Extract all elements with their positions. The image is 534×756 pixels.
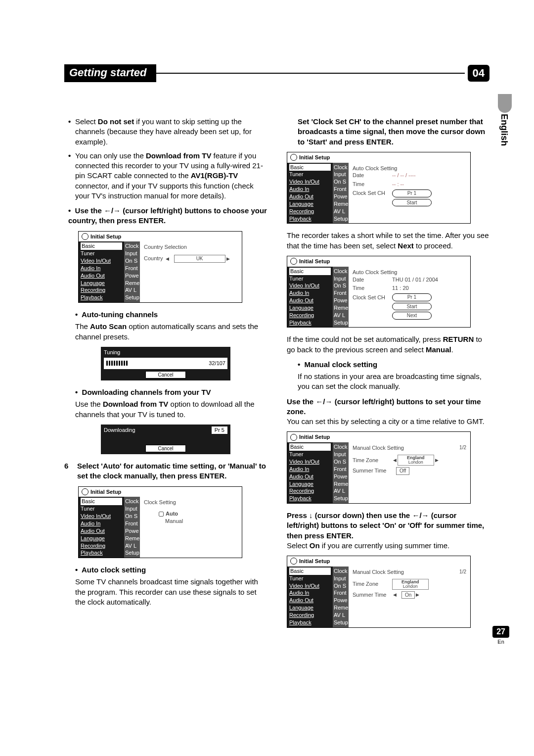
osd-pane-title: Auto Clock Setting	[353, 269, 466, 276]
option-manual[interactable]: Manual	[159, 518, 238, 525]
text-timezone: You can set this by selecting a city or …	[287, 417, 490, 426]
osd-menu: ▲ Basic Tuner Video In/Out Audio In Audi…	[79, 241, 124, 302]
text-download: Use the Download from TV option to downl…	[64, 399, 267, 420]
cancel-button[interactable]: Cancel	[145, 445, 186, 453]
date-value: -- / -- / ----	[392, 172, 416, 179]
osd-manual-clock-off: Initial Setup ▲BasicTunerVideo In/OutAud…	[287, 431, 471, 504]
heading-auto-tuning: • Auto-tuning channels	[64, 310, 267, 320]
clock-ch-button[interactable]: Pr 1	[392, 293, 432, 301]
header-rule	[156, 73, 464, 74]
right-column: Set 'Clock Set CH' to the channel preset…	[287, 117, 490, 635]
summer-field[interactable]: On	[401, 591, 415, 599]
osd-auto-clock-set: Initial Setup ▲BasicTunerVideo In/OutAud…	[287, 256, 471, 328]
text-auto-scan: The Auto Scan option automatically scans…	[64, 322, 267, 342]
start-button[interactable]: Start	[392, 199, 432, 207]
disc-icon	[290, 154, 297, 161]
option-auto[interactable]: Auto	[166, 511, 178, 517]
osd-pane-title: Manual Clock Setting	[353, 444, 466, 452]
text-after-set: The recorder takes a short while to set …	[287, 231, 490, 251]
text-auto-clock: Some TV channels broadcast time signals …	[64, 577, 267, 607]
progress-bar	[106, 360, 206, 366]
instruction-clock-set-ch: Set 'Clock Set CH' to the channel preset…	[287, 117, 490, 147]
instruction-country: • Use the ←/→ (cursor left/right) button…	[64, 206, 267, 226]
disc-icon	[290, 258, 297, 265]
osd-tuning: Tuning 32/107 Cancel	[101, 347, 230, 380]
download-pr: Pr 5	[212, 426, 227, 434]
country-field[interactable]: UK	[174, 255, 225, 263]
page-number: 27 En	[492, 626, 509, 645]
language-tab: English	[499, 114, 509, 146]
time-value: -- : --	[392, 181, 404, 188]
note-download-tv: You can only use the Download from TV fe…	[64, 151, 267, 201]
heading-downloading: • Downloading channels from your TV	[64, 387, 267, 397]
disc-icon	[82, 233, 89, 240]
disc-icon	[82, 488, 89, 495]
heading-auto-clock: • Auto clock setting	[64, 565, 267, 575]
text-manual-clock: If no stations in your area are broadcas…	[287, 372, 490, 392]
osd-pane-title: Country Selection	[144, 243, 238, 251]
date-value: THU 01 / 01 / 2004	[392, 276, 438, 284]
osd-pane-title: Manual Clock Setting	[353, 568, 466, 576]
osd-manual-clock-on: Initial Setup ▲BasicTunerVideo In/OutAud…	[287, 556, 471, 628]
note-donotset: Select Do not set if you want to skip se…	[64, 117, 267, 147]
osd-auto-clock-blank: Initial Setup ▲BasicTunerVideo In/OutAud…	[287, 152, 471, 224]
instruction-summer: Press ↓ (cursor down) then use the ←/→ (…	[287, 511, 490, 541]
timezone-field[interactable]: EnglandLondon	[398, 455, 434, 466]
osd-pane-title: Auto Clock Setting	[353, 165, 466, 172]
osd-pane-title: Clock Setting	[144, 499, 238, 506]
page-frac: 1/2	[459, 568, 466, 575]
language-tab-bg	[498, 94, 512, 113]
text-summer: Select On if you are currently using sum…	[287, 541, 490, 551]
osd-clock-setting: Initial Setup ▲ BasicTunerVideo In/OutAu…	[78, 486, 242, 559]
disc-icon	[290, 434, 297, 441]
osd-submenu: ClockInputOn SFrontPoweRemeAV LSetup	[124, 241, 140, 302]
osd-country-selection: Initial Setup ▲ Basic Tuner Video In/Out…	[78, 231, 242, 303]
step-6: 6 Select 'Auto' for automatic time setti…	[64, 461, 267, 481]
start-button[interactable]: Start	[392, 303, 432, 311]
next-button[interactable]: Next	[392, 312, 432, 320]
disc-icon	[290, 558, 297, 565]
chapter-number: 04	[468, 65, 490, 82]
timezone-field[interactable]: EnglandLondon	[392, 579, 429, 590]
cancel-button[interactable]: Cancel	[145, 371, 186, 379]
osd-downloading: DownloadingPr 5 Cancel	[101, 425, 230, 454]
clock-ch-button[interactable]: Pr 1	[392, 189, 432, 197]
text-if-not-set: If the time could not be set automatical…	[287, 334, 490, 355]
left-column: Select Do not set if you want to skip se…	[64, 117, 267, 635]
heading-manual-clock: • Manual clock setting	[287, 360, 490, 370]
summer-field[interactable]: Off	[396, 467, 409, 475]
section-title: Getting started	[64, 64, 156, 82]
page-frac: 1/2	[459, 444, 466, 451]
instruction-timezone: Use the ←/→ (cursor left/right) buttons …	[287, 397, 490, 417]
time-value: 11 : 20	[392, 284, 409, 292]
